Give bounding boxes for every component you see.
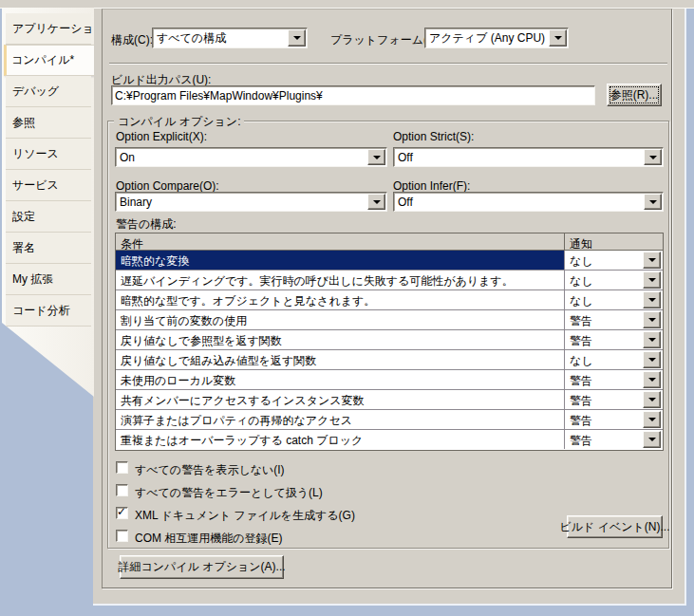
checkbox-treat-warnings-as-errors[interactable] [116,484,128,496]
table-header-row: 条件 通知 [116,233,663,251]
dropdown-arrow-button[interactable] [643,371,661,388]
dropdown-arrow-button[interactable] [643,311,661,328]
notification-combobox[interactable]: 警告 [565,430,663,449]
option-compare-value: Binary [120,196,152,209]
dropdown-arrow-button[interactable] [644,149,662,165]
checkbox-label: すべての警告を表示しない(I) [135,462,285,478]
notification-value: 警告 [570,414,592,427]
notification-value: なし [570,274,593,288]
chevron-down-icon [648,398,656,401]
notification-combobox[interactable]: 警告 [565,390,663,409]
table-row[interactable]: 共有メンバーにアクセスするインスタンス変数 警告 [116,390,663,410]
separator [109,63,667,64]
table-row[interactable]: 戻り値なしで参照型を返す関数 警告 [116,330,663,350]
condition-cell: 遅延バインディングです。実行時の呼び出しに失敗する可能性があります。 [116,271,565,289]
platform-combobox[interactable]: アクティブ (Any CPU) [424,28,569,48]
tab-label: 署名 [12,240,35,256]
notification-value: 警告 [570,314,592,327]
notification-combobox[interactable]: 警告 [565,370,663,389]
table-row[interactable]: 戻り値なしで組み込み値型を返す関数 なし [116,350,663,370]
configuration-combobox[interactable]: すべての構成 [152,28,308,48]
tab-label: サービス [12,177,59,194]
notification-value: 警告 [570,434,592,447]
tab-label: コード分析 [12,303,70,319]
tab-application[interactable]: アプリケーション [6,13,91,45]
tab-references[interactable]: 参照 [6,107,91,139]
chevron-down-icon [648,338,656,342]
configuration-label: 構成(C): [111,32,153,48]
build-events-button[interactable]: ビルド イベント(N)... [567,515,663,538]
option-compare-combobox[interactable]: Binary [115,192,387,212]
condition-cell: 割り当て前の変数の使用 [116,310,565,329]
tab-signing[interactable]: 署名 [6,233,91,264]
table-row[interactable]: 未使用のローカル変数 警告 [116,370,663,390]
condition-cell: 暗黙的な変換 [116,251,565,270]
notification-value: なし [570,294,593,308]
notification-combobox[interactable]: なし [565,251,663,270]
dropdown-arrow-button[interactable] [643,411,661,428]
tab-label: 設定 [12,209,35,225]
table-row[interactable]: 暗黙的な変換 なし [116,251,663,271]
dropdown-arrow-button[interactable] [288,29,306,47]
browse-button[interactable]: 参照(R)... [607,84,662,106]
checkbox-hide-all-warnings[interactable] [116,461,128,474]
option-explicit-combobox[interactable]: On [115,147,387,167]
option-infer-combobox[interactable]: Off [393,192,664,212]
checkbox-generate-xml-doc[interactable] [116,507,128,519]
table-row[interactable]: 遅延バインディングです。実行時の呼び出しに失敗する可能性があります。 なし [116,271,663,290]
build-output-path-input[interactable] [111,85,595,105]
checkbox-label: XML ドキュメント ファイルを生成する(G) [135,508,355,524]
dropdown-arrow-button[interactable] [643,331,661,348]
dropdown-arrow-button[interactable] [367,149,385,165]
tab-label: リソース [12,146,59,162]
chevron-down-icon [373,156,381,159]
tab-settings[interactable]: 設定 [6,201,91,233]
notification-value: なし [570,254,593,268]
notification-value: 警告 [570,394,592,407]
notification-combobox[interactable]: なし [565,290,663,309]
chevron-down-icon [649,156,657,159]
dropdown-arrow-button[interactable] [643,252,661,269]
option-compare-label: Option Compare(O): [116,179,219,193]
dropdown-arrow-button[interactable] [367,194,385,210]
notification-combobox[interactable]: 警告 [565,330,663,349]
advanced-compile-options-button[interactable]: 詳細コンパイル オプション(A)... [120,555,284,579]
checkbox-register-com-interop[interactable] [116,530,128,542]
table-row[interactable]: 暗黙的な型です。オブジェクトと見なされます。 なし [116,290,663,310]
tab-services[interactable]: サービス [6,170,91,201]
dropdown-arrow-button[interactable] [643,351,661,368]
warning-configurations-label: 警告の構成: [116,216,177,233]
option-strict-value: Off [398,151,413,164]
dropdown-arrow-button[interactable] [643,291,661,308]
table-row[interactable]: 割り当て前の変数の使用 警告 [116,310,663,330]
notification-combobox[interactable]: なし [565,271,663,289]
chevron-down-icon [648,258,656,262]
chevron-down-icon [648,358,656,362]
chevron-down-icon [293,36,301,40]
compile-options-group-label: コンパイル オプション: [114,114,244,130]
top-edge-strip [0,0,694,9]
notification-combobox[interactable]: なし [565,350,663,369]
chevron-down-icon [648,298,656,302]
dropdown-arrow-button[interactable] [644,194,662,210]
notification-value: 警告 [570,374,592,387]
dropdown-arrow-button[interactable] [643,271,661,289]
table-row[interactable]: 重複またはオーバーラップする catch ブロック 警告 [116,430,663,449]
tab-resources[interactable]: リソース [6,139,91,170]
option-infer-label: Option Infer(F): [393,179,470,193]
tab-code-analysis[interactable]: コード分析 [6,295,91,327]
notification-combobox[interactable]: 警告 [565,310,663,329]
chevron-down-icon [648,438,656,441]
chevron-down-icon [554,36,562,40]
notification-combobox[interactable]: 警告 [565,410,663,429]
tab-debug[interactable]: デバッグ [6,76,91,107]
dropdown-arrow-button[interactable] [549,29,567,47]
tab-my-extensions[interactable]: My 拡張 [6,264,91,295]
dropdown-arrow-button[interactable] [643,391,661,408]
tab-compile[interactable]: コンパイル* [4,45,94,76]
dropdown-arrow-button[interactable] [643,431,661,448]
table-row[interactable]: 演算子またはプロパティの再帰的なアクセス 警告 [116,410,663,430]
warnings-table: 条件 通知 暗黙的な変換 なし 遅延バインディングです。実行時の呼び出しに失敗す… [115,233,664,451]
condition-cell: 演算子またはプロパティの再帰的なアクセス [116,410,565,429]
option-strict-combobox[interactable]: Off [393,147,664,167]
